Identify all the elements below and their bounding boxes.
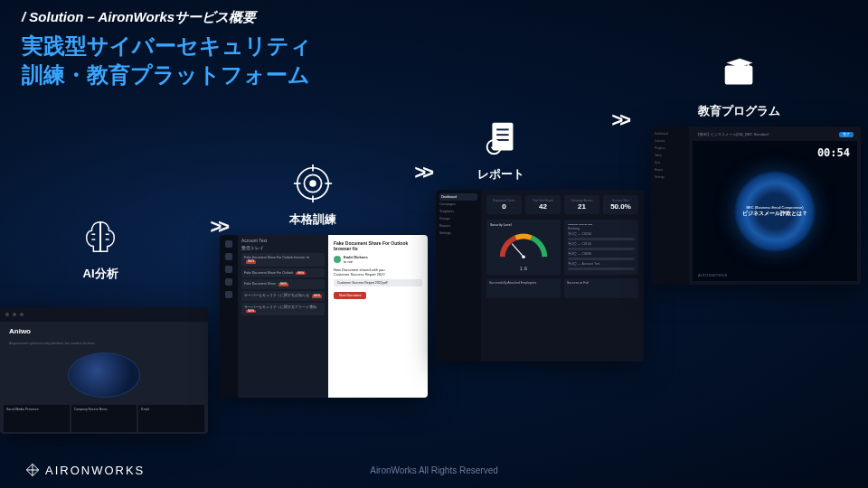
bottom-box: Successfully Attacked Employees	[486, 278, 561, 298]
side-item: Templates	[439, 208, 477, 215]
arrow-icon: >>	[611, 108, 627, 132]
panel: Company Recent News	[71, 405, 137, 432]
view-doc-button: View Document	[334, 292, 366, 299]
svg-point-3	[310, 181, 316, 186]
brand-logo: AIRONWORKS	[25, 463, 145, 477]
gauge-chart	[496, 230, 551, 262]
panel: Social Media Presence	[4, 405, 70, 432]
email-item: サーバーセキュリティに関するお知らせ NEW	[241, 291, 325, 301]
video-player: 00:54 BEC (Business Email Compromise) ビジ…	[693, 141, 857, 281]
copyright: AironWorks All Rights Reserved	[370, 465, 498, 475]
arrow-icon: >>	[414, 161, 430, 184]
flow-diagram: AI分析 >> 本格訓練 >> レポート >>	[0, 54, 868, 452]
step-label: 教育プログラム	[698, 103, 780, 119]
video-title: 【教材】ビジネスメール詐欺_BEC Standard	[696, 132, 769, 137]
footer: AIRONWORKS AironWorks All Rights Reserve…	[0, 463, 868, 477]
screenshot-ai-analysis: Aniwo AI-powered cybersecurity platform …	[0, 307, 208, 434]
brain-icon	[80, 217, 121, 258]
step-report: レポート	[477, 117, 524, 183]
done-badge: 完了	[839, 132, 854, 137]
step-education: 教育プログラム	[698, 54, 780, 119]
svg-point-17	[522, 255, 525, 258]
shot1-tagline: AI-powered cybersecurity platform for mo…	[0, 341, 208, 345]
step-label: 本格訓練	[289, 211, 336, 228]
svg-line-16	[512, 244, 524, 258]
screenshot-training: Account Test 受信トレイ Fake Document Share F…	[220, 235, 428, 398]
side-item: Groups	[439, 215, 477, 222]
mail-title: Fake Document Share For Outlook browser …	[334, 240, 422, 251]
campaign-title: Campaign Success Rate	[568, 223, 635, 225]
email-item: Fake Document Share NEW	[241, 279, 325, 289]
side-item: Dashboard	[439, 193, 477, 201]
side-item: Campaigns	[439, 201, 477, 208]
report-icon	[480, 117, 522, 159]
side-item: Reports	[439, 222, 477, 230]
step-label: AI分析	[83, 266, 118, 282]
education-icon	[719, 54, 760, 96]
screenshot-education: Dashboard Courses Progress Video Quiz Re…	[651, 127, 861, 285]
attachment: Customer Success Report 2022.pdf	[334, 279, 422, 286]
bottom-box: Success or Fail	[564, 278, 638, 298]
gauge-title: Security Level	[490, 223, 557, 227]
step-ai-analysis: AI分析	[80, 217, 121, 282]
panel: Email	[138, 405, 204, 432]
account-label: Account Test	[241, 239, 325, 243]
shot1-title: Aniwo	[0, 322, 208, 341]
target-icon	[292, 163, 334, 204]
video-timer: 00:54	[817, 146, 850, 159]
kicker: / Solution – AironWorksサービス概要	[22, 9, 312, 26]
email-item: Fake Document Share For Outlook NEW	[241, 268, 325, 278]
side-item: Settings	[439, 230, 477, 237]
step-label: レポート	[477, 166, 524, 183]
email-item: サーバーセキュリティに関するアラート通知 NEW	[241, 303, 325, 316]
screenshot-report: Dashboard Campaigns Templates Groups Rep…	[436, 190, 644, 361]
email-item: Fake Document Share For Outlook browser …	[241, 253, 325, 267]
inbox-label: 受信トレイ	[241, 246, 325, 250]
globe-graphic	[68, 352, 140, 398]
step-training: 本格訓練	[289, 163, 336, 228]
